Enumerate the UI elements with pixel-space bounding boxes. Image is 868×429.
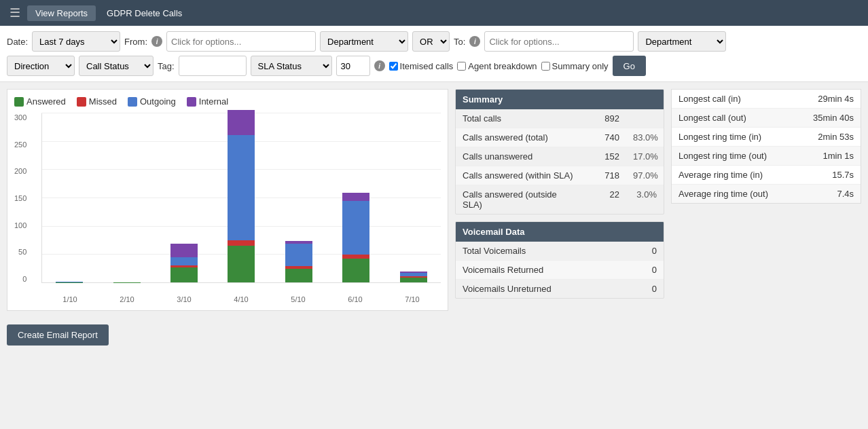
to-department-select[interactable]: Department Sales Support [638, 31, 726, 52]
voicemail-value: 0 [623, 280, 664, 298]
longest-label: Longest ring time (out) [672, 147, 799, 165]
bar-seg-internal [170, 244, 198, 257]
to-info-icon[interactable]: i [469, 36, 480, 47]
longest-row: Average ring time (in) 15.7s [672, 166, 861, 185]
stacked-bar [285, 199, 312, 282]
legend-missed-label: Missed [89, 96, 117, 107]
legend-internal-label: Internal [199, 96, 228, 107]
bar-seg-answered [170, 267, 198, 282]
bar-seg-answered [228, 246, 255, 282]
legend-outgoing-label: Outgoing [140, 96, 176, 107]
summary-pct: 83.0% [626, 128, 664, 147]
longest-label: Longest ring time (in) [672, 128, 799, 146]
from-department-select[interactable]: Department Sales Support [320, 31, 408, 52]
summary-pct: 3.0% [626, 185, 664, 214]
summary-value: 740 [585, 128, 626, 147]
summary-label: Calls answered (total) [456, 128, 585, 147]
longest-row: Longest ring time (out) 1min 1s [672, 147, 861, 166]
from-info-icon[interactable]: i [151, 36, 162, 47]
stacked-bar [400, 239, 427, 282]
longest-table: Longest call (in) 29min 4sLongest call (… [671, 89, 861, 204]
summary-table: Summary Total calls 892 Calls answered (… [455, 89, 664, 214]
voicemail-rows: Total Voicemails 0Voicemails Returned 0V… [456, 242, 664, 298]
date-select[interactable]: Last 7 days [32, 31, 120, 52]
or-select[interactable]: OR AND [412, 31, 450, 52]
bar-seg-outgoing [170, 257, 198, 265]
view-reports-button[interactable]: View Reports [27, 5, 96, 21]
longest-row: Longest ring time (in) 2min 53s [672, 128, 861, 147]
agent-breakdown-label[interactable]: Agent breakdown [457, 61, 537, 71]
to-label: To: [454, 37, 465, 47]
x-label: 3/10 [177, 295, 191, 303]
longest-rows: Longest call (in) 29min 4sLongest call (… [672, 90, 861, 203]
bar-seg-answered [285, 269, 312, 283]
tag-input[interactable] [179, 56, 247, 76]
summary-value: 892 [585, 109, 626, 128]
summary-label: Calls unanswered [456, 147, 585, 166]
voicemail-value: 0 [623, 242, 664, 260]
call-status-select[interactable]: Call Status Answered Missed [79, 56, 153, 76]
summary-label: Total calls [456, 109, 585, 128]
agent-breakdown-checkbox[interactable] [457, 62, 466, 71]
go-button[interactable]: Go [613, 56, 646, 76]
legend-answered-label: Answered [26, 96, 66, 107]
table-row: Calls answered (total) 740 83.0% [456, 128, 664, 147]
gdpr-delete-calls-button[interactable]: GDPR Delete Calls [98, 5, 190, 21]
voicemail-label: Voicemails Returned [456, 261, 623, 279]
summary-value: 152 [585, 147, 626, 166]
bottom-bar: Create Email Report [0, 318, 868, 352]
voicemail-label: Total Voicemails [456, 242, 623, 260]
create-email-button[interactable]: Create Email Report [7, 324, 109, 346]
x-label: 5/10 [291, 295, 305, 303]
main-content: Answered Missed Outgoing Internal 300 25… [0, 82, 868, 318]
from-input[interactable] [166, 31, 316, 52]
stacked-bar [342, 159, 369, 282]
to-input[interactable] [484, 31, 634, 52]
x-label: 2/10 [120, 295, 134, 303]
longest-row: Average ring time (out) 7.4s [672, 185, 861, 203]
stacked-bar [56, 274, 83, 282]
voicemail-label: Voicemails Unreturned [456, 280, 623, 298]
table-row: Calls unanswered 152 17.0% [456, 147, 664, 166]
bar-group [395, 239, 432, 282]
voicemail-row: Total Voicemails 0 [456, 242, 664, 261]
filter-row-2: Direction Inbound Outbound Call Status A… [7, 56, 861, 76]
chart-area: Answered Missed Outgoing Internal 300 25… [7, 89, 448, 311]
x-label: 1/10 [62, 295, 77, 303]
longest-label: Average ring time (out) [672, 185, 799, 203]
legend-answered: Answered [14, 96, 66, 107]
bar-seg-missed [228, 240, 255, 246]
y-axis: 300 250 200 150 100 50 0 [14, 113, 29, 283]
voicemail-header: Voicemail Data [456, 222, 664, 242]
bar-seg-answered [342, 259, 369, 282]
bar-seg-outgoing [228, 135, 255, 240]
hamburger-icon[interactable]: ☰ [5, 3, 24, 23]
bar-seg-answered [400, 278, 427, 282]
direction-select[interactable]: Direction Inbound Outbound [7, 56, 75, 76]
bar-group [280, 199, 317, 282]
itemised-calls-label[interactable]: Itemised calls [389, 61, 454, 71]
summary-pct: 97.0% [626, 166, 664, 185]
itemised-calls-checkbox[interactable] [389, 62, 398, 71]
bar-group [51, 274, 88, 282]
sla-info-icon[interactable]: i [374, 60, 385, 71]
summary-label: Calls answered (outside SLA) [456, 185, 585, 214]
summary-only-label[interactable]: Summary only [541, 61, 609, 71]
sla-number-input[interactable] [336, 56, 370, 76]
voicemail-table: Voicemail Data Total Voicemails 0Voicema… [455, 221, 664, 299]
voicemail-value: 0 [623, 261, 664, 279]
bars-area [41, 113, 441, 283]
sla-status-select[interactable]: SLA Status Within SLA Outside SLA [251, 56, 332, 76]
longest-label: Average ring time (in) [672, 166, 799, 184]
summary-value: 22 [585, 185, 626, 214]
stacked-bar [228, 110, 255, 282]
summary-rows: Total calls 892 Calls answered (total) 7… [456, 109, 664, 214]
summary-label: Calls answered (within SLA) [456, 166, 585, 185]
longest-value: 1min 1s [799, 147, 861, 165]
longest-row: Longest call (out) 35min 40s [672, 109, 861, 128]
missed-color [77, 97, 86, 107]
chart-container: 300 250 200 150 100 50 0 [14, 113, 441, 303]
legend-outgoing: Outgoing [128, 96, 176, 107]
x-axis: 1/102/103/104/105/106/107/10 [41, 295, 441, 303]
summary-only-checkbox[interactable] [541, 62, 550, 71]
